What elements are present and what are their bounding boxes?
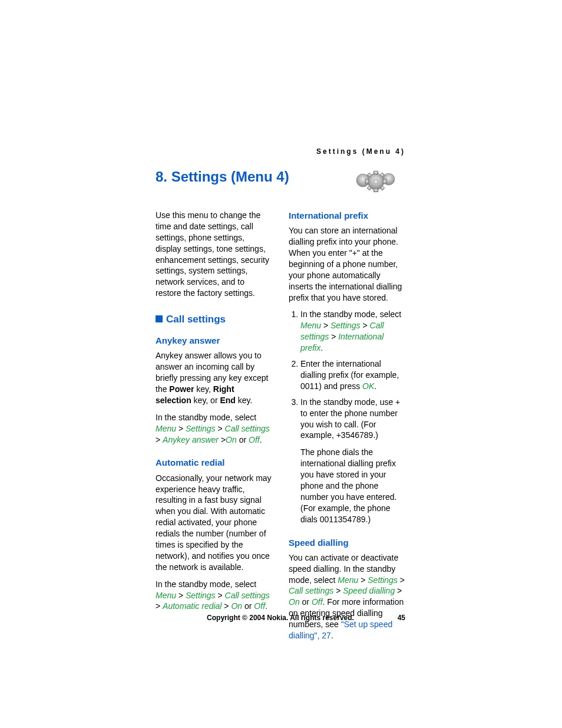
svg-rect-4: [373, 189, 378, 192]
menu-path: Automatic redial: [163, 601, 222, 611]
autoredial-paragraph-1: Occasionally, your network may experienc…: [156, 473, 272, 573]
menu-path: Settings: [186, 591, 216, 600]
menu-path: Call settings: [289, 586, 333, 595]
text: key,: [194, 384, 213, 394]
heading-anykey-answer: Anykey answer: [156, 335, 272, 347]
list-item: In the standby mode, select Menu > Setti…: [300, 309, 405, 354]
menu-path: Anykey answer: [163, 435, 219, 444]
menu-path: Settings: [186, 424, 216, 433]
footer-spacer: [156, 614, 179, 622]
menu-path: Speed dialling: [343, 586, 395, 595]
columns: Use this menu to change the time and dat…: [156, 210, 405, 647]
heading-speed-dialling: Speed dialling: [289, 537, 405, 549]
page-footer: Copyright © 2004 Nokia. All rights reser…: [156, 614, 405, 622]
key-end: End: [220, 396, 235, 405]
menu-path: Call settings: [225, 424, 270, 433]
text: In the standby mode, select: [156, 413, 256, 422]
copyright-text: Copyright © 2004 Nokia. All rights reser…: [179, 614, 382, 622]
speed-paragraph-1: You can activate or deactivate speed dia…: [289, 552, 405, 641]
list-item: In the standby mode, use + to enter the …: [300, 397, 405, 442]
intlprefix-steps: In the standby mode, select Menu > Setti…: [289, 309, 405, 441]
text: .: [265, 601, 267, 611]
text: key.: [236, 396, 253, 405]
text: or: [237, 435, 249, 444]
text: .: [320, 343, 323, 353]
svg-rect-5: [365, 179, 369, 184]
text: .: [374, 381, 376, 391]
text: key, or: [191, 396, 220, 405]
menu-path: Call settings: [225, 591, 270, 600]
running-header: Settings (Menu 4): [156, 147, 405, 156]
menu-path: OK: [362, 381, 374, 391]
text: Enter the international dialling prefix …: [300, 359, 399, 391]
intlprefix-paragraph-1: You can store an international dialling …: [289, 225, 405, 303]
heading-automatic-redial: Automatic redial: [156, 457, 272, 469]
page-number: 45: [382, 614, 405, 622]
section-heading-text: Call settings: [166, 314, 226, 325]
anykey-paragraph-1: Anykey answer allows you to answer an in…: [156, 350, 272, 406]
text: .: [331, 631, 333, 640]
menu-path: On: [231, 601, 242, 611]
menu-path: Menu: [338, 575, 358, 585]
page-title: 8. Settings (Menu 4): [156, 169, 289, 185]
anykey-paragraph-2: In the standby mode, select Menu > Setti…: [156, 412, 272, 446]
menu-path: Settings: [368, 575, 398, 585]
svg-point-11: [373, 179, 378, 184]
menu-path: Settings: [330, 321, 361, 330]
text: or: [242, 601, 254, 611]
text: or: [300, 597, 312, 607]
menu-path: Off: [249, 435, 260, 444]
intro-paragraph: Use this menu to change the time and dat…: [156, 210, 272, 299]
list-item: Enter the international dialling prefix …: [300, 358, 405, 392]
menu-path: Menu: [156, 591, 176, 600]
right-column: International prefix You can store an in…: [289, 210, 405, 647]
key-power: Power: [169, 384, 194, 394]
autoredial-paragraph-2: In the standby mode, select Menu > Setti…: [156, 579, 272, 612]
text: .: [260, 435, 262, 444]
svg-rect-6: [383, 179, 386, 184]
left-column: Use this menu to change the time and dat…: [156, 210, 272, 647]
heading-international-prefix: International prefix: [289, 210, 405, 222]
section-call-settings: Call settings: [156, 313, 272, 327]
title-row: 8. Settings (Menu 4): [156, 169, 405, 192]
menu-path: Menu: [300, 321, 321, 330]
menu-path: Menu: [156, 424, 176, 433]
manual-page: Settings (Menu 4) 8. Settings (Menu 4): [0, 0, 562, 683]
svg-rect-3: [373, 171, 378, 174]
menu-path: On: [226, 435, 237, 444]
menu-path: Off: [312, 597, 323, 607]
menu-path: Off: [254, 601, 265, 611]
gears-icon: [346, 169, 405, 192]
menu-path: On: [289, 597, 300, 607]
text: In the standby mode, select: [156, 579, 256, 589]
text: In the standby mode, select: [300, 309, 401, 319]
square-bullet-icon: [156, 315, 163, 322]
intlprefix-followup: The phone dials the international dialli…: [300, 447, 405, 525]
